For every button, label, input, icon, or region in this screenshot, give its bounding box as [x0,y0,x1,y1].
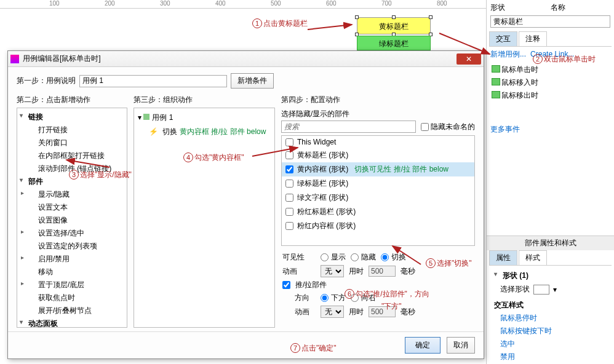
canvas-area: 100 200 300 400 500 600 700 800 黄标题栏 绿标题… [0,0,486,55]
widget-check[interactable] [285,165,293,173]
titlebar[interactable]: 用例编辑器[鼠标单击时] ✕ [8,51,484,67]
svg-line-1 [439,33,490,54]
widget-row[interactable]: 绿标题栏 (形状) [282,176,474,191]
widget-row[interactable]: This Widget [282,136,474,148]
widget-check[interactable] [285,180,293,188]
prop-section-title: 部件属性和样式 [487,236,614,250]
tab-note[interactable]: 注释 [519,31,547,46]
tree-bring[interactable]: 置于顶层/底层 [17,279,127,291]
tree-set-sel-list[interactable]: 设置选定的列表项 [17,240,127,253]
disabled-style[interactable]: 禁用 [500,350,609,363]
widget-check[interactable] [285,194,293,202]
right-panel: 形状 名称 交互 注释 新增用例... Create Link... 鼠标单击时… [486,0,614,364]
step4-label: 第四步：配置动作 [281,92,475,108]
more-events-link[interactable]: 更多事件 [490,125,520,133]
new-case-link[interactable]: 新增用例... [490,50,526,58]
anim-select[interactable]: 无 [321,265,344,277]
tree-show-hide[interactable]: 显示/隐藏 [17,188,127,201]
search-input[interactable] [281,121,416,133]
case-editor-dialog: 用例编辑器[鼠标单击时] ✕ 第一步：用例说明 新增条件 第二步：点击新增动作 … [7,50,484,359]
svg-line-2 [66,160,110,167]
radio-hide[interactable] [351,253,359,261]
case-icon [143,114,150,120]
case-name-input[interactable] [79,75,227,87]
step3-label: 第三步：组织动作 [134,92,275,108]
tree-link[interactable]: 链接 [17,111,127,124]
pushpull-check[interactable] [282,281,290,289]
green-title-widget[interactable]: 绿标题栏 [357,36,431,50]
case-node[interactable]: ▾ 用例 1 [134,111,274,125]
hover-style[interactable]: 鼠标悬停时 [500,312,609,325]
tab-attr[interactable]: 属性 [489,250,517,265]
tree-close-win[interactable]: 关闭窗口 [17,136,127,149]
resize-handle[interactable] [429,15,433,19]
radio-show[interactable] [321,253,329,261]
interact-style-header: 交互样式 [492,299,609,312]
widget-name-input[interactable] [490,15,610,28]
widget-row[interactable]: 黄标题栏 (形状) [282,148,474,162]
tree-expand[interactable]: 展开/折叠树节点 [17,304,127,317]
event-mouseenter[interactable]: 鼠标移入时 [490,76,610,89]
resize-handle[interactable] [392,15,396,19]
tab-style[interactable]: 样式 [519,250,547,265]
sel-label: 选择隐藏/显示的部件 [281,108,475,121]
widget-row[interactable]: 绿文字框 (形状) [282,191,474,205]
create-link[interactable]: Create Link... [530,50,574,58]
resize-handle[interactable] [355,15,359,19]
shape-section[interactable]: 形状 (1) [492,269,609,282]
radio-right[interactable] [351,294,359,302]
svg-line-3 [252,148,298,156]
step1-label: 第一步：用例说明 [17,76,76,86]
app-icon [10,55,19,63]
tree-panel[interactable]: 动态面板 [17,317,127,328]
widget-row[interactable]: 黄内容框 (形状)切换可见性 推/拉 部件 below [282,162,474,176]
ok-button[interactable]: 确定 [405,337,441,354]
selected-style[interactable]: 选中 [500,338,609,350]
tree-set-sel[interactable]: 设置选择/选中 [17,227,127,240]
step2-label: 第二步：点击新增动作 [17,92,127,108]
rp-header: 形状 名称 [487,0,614,15]
tree-open-link[interactable]: 打开链接 [17,124,127,136]
action-node[interactable]: ⚡ 切换 黄内容框 推/拉 部件 below [134,125,274,139]
widget-check[interactable] [285,222,293,230]
mousedown-style[interactable]: 鼠标按键按下时 [500,325,609,338]
radio-down[interactable] [321,294,329,302]
dialog-title: 用例编辑器[鼠标单击时] [23,53,457,64]
widget-check[interactable] [285,208,293,216]
cancel-button[interactable]: 取消 [447,337,475,354]
organize-tree: ▾ 用例 1 ⚡ 切换 黄内容框 推/拉 部件 below [134,108,275,328]
tree-widget[interactable]: 部件 [17,175,127,188]
event-onclick[interactable]: 鼠标单击时 [490,63,610,76]
widget-row[interactable]: 粉红标题栏 (形状) [282,205,474,219]
tree-set-img[interactable]: 设置图像 [17,214,127,227]
push-duration-input[interactable] [369,306,396,317]
hide-unnamed-check[interactable] [421,123,429,131]
ruler: 100 200 300 400 500 600 700 800 [0,0,486,9]
tree-set-text[interactable]: 设置文本 [17,201,127,214]
action-tree: 链接 打开链接 关闭窗口 在内部框架打开链接 滚动到部件 (锚点链接) 部件 显… [17,108,127,328]
bolt-icon: ⚡ [149,127,158,136]
push-anim-select[interactable]: 无 [321,306,344,318]
event-list: 鼠标单击时 鼠标移入时 鼠标移出时 [487,62,614,103]
tree-focus[interactable]: 获取焦点时 [17,291,127,304]
event-mouseleave[interactable]: 鼠标移出时 [490,89,610,102]
shape-picker[interactable] [533,285,549,295]
chevron-down-icon[interactable]: ▾ [553,285,557,294]
add-condition-button[interactable]: 新增条件 [231,73,274,89]
svg-line-0 [308,25,352,30]
tree-enable[interactable]: 启用/禁用 [17,253,127,266]
yellow-title-widget[interactable]: 黄标题栏 [357,17,431,34]
svg-line-4 [393,246,421,264]
tree-move[interactable]: 移动 [17,266,127,279]
widget-list: This Widget 黄标题栏 (形状)黄内容框 (形状)切换可见性 推/拉 … [281,135,475,246]
widget-row[interactable]: 粉红内容框 (形状) [282,219,474,233]
